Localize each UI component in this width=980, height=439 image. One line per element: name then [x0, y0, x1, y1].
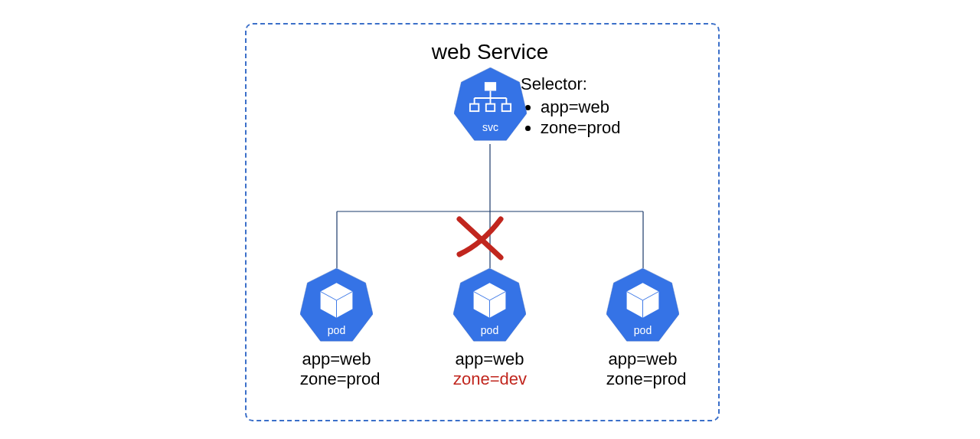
pod-label-line-mismatch: zone=dev	[453, 369, 526, 389]
pod-labels: app=web zone=prod	[300, 349, 373, 390]
pod-node: pod app=web zone=prod	[300, 268, 373, 390]
pod-labels: app=web zone=prod	[606, 349, 679, 390]
pod-badge: pod	[300, 324, 373, 336]
pod-badge: pod	[453, 324, 526, 336]
service-node: svc	[454, 67, 527, 144]
pod-label-line: app=web	[606, 349, 679, 369]
pod-node: pod app=web zone=dev	[453, 268, 526, 390]
service-badge: svc	[454, 121, 527, 133]
not-selected-x-icon	[452, 213, 513, 267]
svg-rect-6	[485, 82, 496, 90]
pod-label-line: app=web	[453, 349, 526, 369]
pod-node: pod app=web zone=prod	[606, 268, 679, 390]
pod-label-line: app=web	[300, 349, 373, 369]
pod-label-line: zone=prod	[606, 369, 679, 389]
pod-label-line: zone=prod	[300, 369, 373, 389]
pod-labels: app=web zone=dev	[453, 349, 526, 390]
pod-badge: pod	[606, 324, 679, 336]
